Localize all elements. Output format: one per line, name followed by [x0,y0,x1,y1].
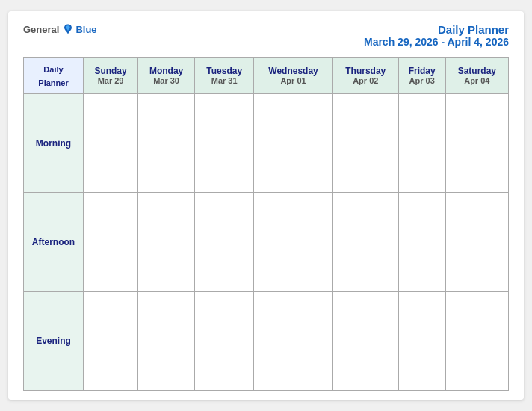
cell-evening-day5[interactable] [398,291,445,390]
row-label-morning: Morning [24,94,84,193]
logo-general-text: General [23,24,59,35]
row-label-afternoon: Afternoon [24,193,84,291]
col-header-saturday: Saturday Apr 04 [445,58,508,94]
cell-afternoon-day6[interactable] [445,193,508,291]
col-header-daily-planner: Daily Planner [24,58,84,94]
col-header-tuesday: Tuesday Mar 31 [195,58,254,94]
logo-blue-text: Blue [75,24,96,35]
logo-text: General Blue [23,23,97,35]
cell-afternoon-day2[interactable] [195,193,254,291]
col-header-monday: Monday Mar 30 [138,58,195,94]
header-row: Daily Planner Sunday Mar 29 Monday Mar 3… [24,58,509,94]
sunday-date: Mar 29 [87,76,134,85]
cell-afternoon-day1[interactable] [138,193,195,291]
cell-morning-day0[interactable] [84,94,138,193]
wednesday-date: Apr 01 [257,76,329,85]
col-header-thursday: Thursday Apr 02 [332,58,398,94]
header-daily-line2: Planner [38,78,68,87]
monday-date: Mar 30 [141,76,191,85]
col-header-friday: Friday Apr 03 [398,58,445,94]
header: General Blue Daily Planner March 29, 202… [23,23,509,48]
date-range: March 29, 2026 - April 4, 2026 [364,36,509,48]
cell-morning-day3[interactable] [254,94,332,193]
logo-bird-icon [62,23,74,35]
title-area: Daily Planner March 29, 2026 - April 4, … [364,23,509,48]
page: General Blue Daily Planner March 29, 202… [8,11,524,400]
col-header-wednesday: Wednesday Apr 01 [254,58,332,94]
friday-name: Friday [402,66,442,76]
tuesday-date: Mar 31 [198,76,250,85]
logo-area: General Blue [23,23,97,35]
saturday-date: Apr 04 [449,76,505,85]
cell-morning-day5[interactable] [398,94,445,193]
row-label-evening: Evening [24,291,84,390]
saturday-name: Saturday [449,66,505,76]
main-title: Daily Planner [364,23,509,36]
table-row: Morning [24,94,509,193]
cell-afternoon-day5[interactable] [398,193,445,291]
thursday-date: Apr 02 [336,76,395,85]
cell-morning-day2[interactable] [195,94,254,193]
cell-morning-day4[interactable] [332,94,398,193]
header-daily-line1: Daily [43,65,63,74]
col-header-sunday: Sunday Mar 29 [84,58,138,94]
cell-evening-day3[interactable] [254,291,332,390]
cell-evening-day6[interactable] [445,291,508,390]
cell-morning-day1[interactable] [138,94,195,193]
cell-afternoon-day0[interactable] [84,193,138,291]
table-row: Evening [24,291,509,390]
table-row: Afternoon [24,193,509,291]
cell-evening-day2[interactable] [195,291,254,390]
thursday-name: Thursday [336,66,395,76]
table-body: MorningAfternoonEvening [24,94,509,391]
cell-evening-day1[interactable] [138,291,195,390]
calendar-table: Daily Planner Sunday Mar 29 Monday Mar 3… [23,57,509,391]
sunday-name: Sunday [87,66,134,76]
cell-morning-day6[interactable] [445,94,508,193]
wednesday-name: Wednesday [257,66,329,76]
friday-date: Apr 03 [402,76,442,85]
cell-afternoon-day4[interactable] [332,193,398,291]
tuesday-name: Tuesday [198,66,250,76]
cell-evening-day0[interactable] [84,291,138,390]
cell-afternoon-day3[interactable] [254,193,332,291]
monday-name: Monday [141,66,191,76]
cell-evening-day4[interactable] [332,291,398,390]
